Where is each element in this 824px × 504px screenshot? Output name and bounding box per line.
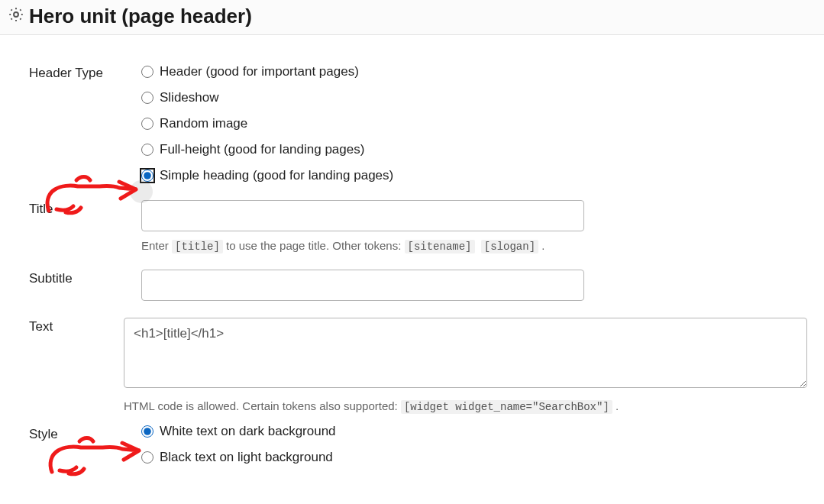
title-help: Enter [title] to use the page title. Oth… — [141, 239, 807, 253]
radio-full-height-label: Full-height (good for landing pages) — [160, 142, 364, 157]
radio-white-on-dark[interactable]: White text on dark background — [141, 424, 807, 439]
label-text: Text — [8, 318, 124, 334]
panel-title: Hero unit (page header) — [29, 5, 252, 28]
radio-slideshow-input[interactable] — [141, 92, 153, 104]
radio-black-on-light-input[interactable] — [141, 451, 153, 464]
subtitle-input[interactable] — [141, 270, 584, 301]
radio-full-height-input[interactable] — [141, 144, 153, 156]
svg-point-0 — [14, 12, 18, 17]
radio-black-on-light[interactable]: Black text on light background — [141, 450, 807, 465]
radio-simple-heading[interactable]: Simple heading (good for landing pages) — [141, 168, 807, 183]
radio-simple-heading-input[interactable] — [141, 170, 153, 182]
radio-slideshow[interactable]: Slideshow — [141, 90, 807, 105]
panel-header: Hero unit (page header) — [0, 0, 824, 35]
radio-random-image-input[interactable] — [141, 118, 153, 130]
radio-header[interactable]: Header (good for important pages) — [141, 64, 807, 79]
radio-white-on-dark-input[interactable] — [141, 425, 153, 438]
radio-header-label: Header (good for important pages) — [160, 64, 359, 79]
radio-full-height[interactable]: Full-height (good for landing pages) — [141, 142, 807, 157]
label-header-type: Header Type — [8, 64, 141, 81]
text-textarea[interactable] — [124, 318, 807, 388]
token-widget: [widget widget_name="SearchBox"] — [401, 400, 612, 414]
token-sitename: [sitename] — [405, 240, 475, 254]
radio-random-image-label: Random image — [160, 116, 247, 131]
radio-random-image[interactable]: Random image — [141, 116, 807, 131]
title-input[interactable] — [141, 200, 584, 231]
radio-white-on-dark-label: White text on dark background — [160, 424, 336, 439]
label-style: Style — [8, 424, 141, 442]
radio-black-on-light-label: Black text on light background — [160, 450, 333, 465]
radio-header-input[interactable] — [141, 66, 153, 78]
text-help: HTML code is allowed. Certain tokens als… — [124, 399, 807, 413]
token-title: [title] — [172, 240, 223, 254]
gear-icon — [8, 6, 24, 27]
radio-simple-heading-label: Simple heading (good for landing pages) — [160, 168, 393, 183]
token-slogan: [slogan] — [481, 240, 538, 254]
label-title: Title — [8, 200, 141, 217]
label-subtitle: Subtitle — [8, 270, 141, 286]
radio-slideshow-label: Slideshow — [160, 90, 219, 105]
